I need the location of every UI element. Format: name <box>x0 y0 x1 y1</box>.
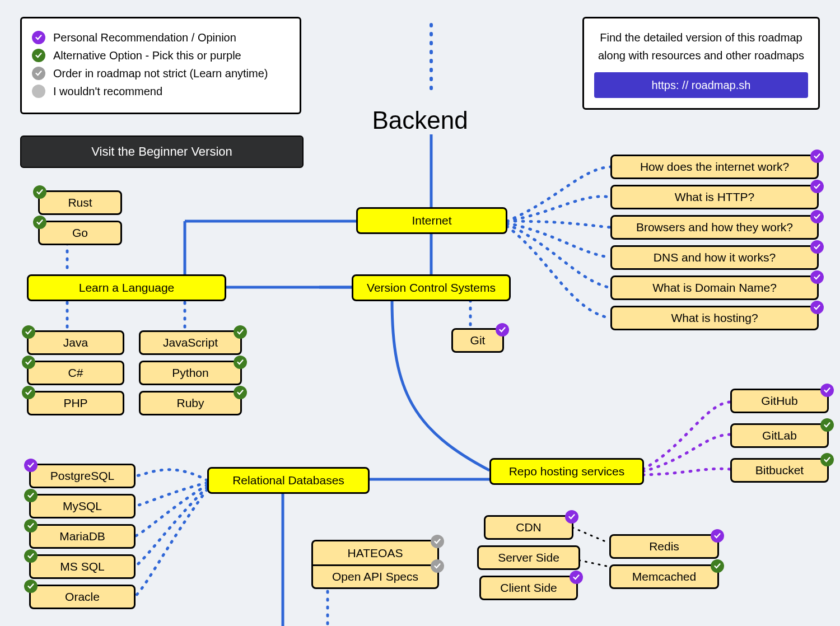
check-icon <box>32 49 45 62</box>
node-label: Learn a Language <box>79 281 175 295</box>
node-how-internet[interactable]: How does the internet work? <box>610 155 819 179</box>
node-label: Relational Databases <box>232 474 344 487</box>
badge-green-icon <box>22 356 35 369</box>
node-label: Browsers and how they work? <box>636 221 793 234</box>
node-hosting[interactable]: What is hosting? <box>610 306 819 330</box>
node-mssql[interactable]: MS SQL <box>29 554 136 579</box>
node-postgres[interactable]: PostgreSQL <box>29 464 136 488</box>
badge-grey-icon <box>431 535 444 548</box>
badge-purple-icon <box>810 301 824 314</box>
badge-purple-icon <box>565 510 578 524</box>
node-label: What is HTTP? <box>675 190 754 204</box>
node-vcs[interactable]: Version Control Systems <box>352 274 511 301</box>
node-label: PHP <box>63 396 87 410</box>
node-bitbucket[interactable]: Bitbucket <box>730 458 829 483</box>
legend-label: Alternative Option - Pick this or purple <box>53 49 241 62</box>
button-label: Visit the Beginner Version <box>91 144 232 159</box>
node-label: What is Domain Name? <box>652 281 777 295</box>
node-mariadb[interactable]: MariaDB <box>29 524 136 549</box>
node-memcached[interactable]: Memcached <box>609 564 719 589</box>
node-label: PostgreSQL <box>50 469 114 483</box>
legend-item: I wouldn't recommend <box>32 85 290 98</box>
legend-item: Personal Recommendation / Opinion <box>32 31 290 44</box>
node-label: Rust <box>68 196 92 209</box>
node-label: How does the internet work? <box>640 160 789 174</box>
node-label: Go <box>72 226 88 240</box>
node-hateoas[interactable]: HATEOAS <box>311 540 439 564</box>
node-server-side[interactable]: Server Side <box>477 545 580 570</box>
node-label: MariaDB <box>59 530 105 543</box>
badge-green-icon <box>234 325 247 339</box>
node-label: Ruby <box>176 396 204 410</box>
node-oracle[interactable]: Oracle <box>29 585 136 609</box>
badge-purple-icon <box>810 270 824 284</box>
badge-green-icon <box>234 356 247 369</box>
badge-purple-icon <box>711 529 724 543</box>
node-cdn[interactable]: CDN <box>484 515 573 540</box>
check-icon <box>32 31 45 44</box>
node-label: Server Side <box>498 551 559 564</box>
node-label: Git <box>470 334 486 347</box>
button-label: https: // roadmap.sh <box>652 79 751 92</box>
node-gitlab[interactable]: GitLab <box>730 423 829 448</box>
node-label: CDN <box>516 521 542 534</box>
node-go[interactable]: Go <box>38 221 122 245</box>
badge-purple-icon <box>820 384 834 397</box>
node-client-side[interactable]: Client Side <box>479 576 578 600</box>
badge-purple-icon <box>496 323 509 337</box>
node-repo-hosting[interactable]: Repo hosting services <box>489 458 644 485</box>
badge-purple-icon <box>810 180 824 193</box>
node-rust[interactable]: Rust <box>38 190 122 215</box>
node-browsers[interactable]: Browsers and how they work? <box>610 215 819 240</box>
node-label: Bitbucket <box>755 464 804 477</box>
node-learn-language[interactable]: Learn a Language <box>27 274 226 301</box>
visit-beginner-button[interactable]: Visit the Beginner Version <box>20 136 304 168</box>
badge-green-icon <box>24 580 38 593</box>
node-github[interactable]: GitHub <box>730 389 829 413</box>
badge-grey-icon <box>431 559 444 573</box>
node-java[interactable]: Java <box>27 330 124 355</box>
badge-green-icon <box>820 453 834 466</box>
badge-purple-icon <box>24 459 38 472</box>
dot-icon <box>32 85 45 98</box>
node-label: Open API Specs <box>332 570 418 583</box>
badge-purple-icon <box>810 210 824 223</box>
node-dns[interactable]: DNS and how it works? <box>610 245 819 270</box>
node-label: JavaScript <box>163 336 218 349</box>
node-label: What is hosting? <box>671 311 758 325</box>
node-label: Repo hosting services <box>509 465 625 478</box>
legend-label: Personal Recommendation / Opinion <box>53 31 236 44</box>
node-domain-name[interactable]: What is Domain Name? <box>610 275 819 300</box>
legend-box: Personal Recommendation / Opinion Altern… <box>20 17 301 114</box>
node-internet[interactable]: Internet <box>356 207 507 234</box>
node-label: MySQL <box>63 499 102 513</box>
node-csharp[interactable]: C# <box>27 361 124 385</box>
node-mysql[interactable]: MySQL <box>29 494 136 518</box>
node-php[interactable]: PHP <box>27 391 124 415</box>
node-label: Redis <box>649 540 679 553</box>
check-icon <box>32 67 45 80</box>
badge-green-icon <box>33 216 46 229</box>
node-label: Version Control Systems <box>367 281 496 295</box>
node-label: Client Side <box>500 581 557 595</box>
node-git[interactable]: Git <box>451 328 504 353</box>
node-relational-db[interactable]: Relational Databases <box>207 467 370 494</box>
node-openapi[interactable]: Open API Specs <box>311 564 439 589</box>
node-python[interactable]: Python <box>139 361 242 385</box>
page-title: Backend <box>0 106 840 134</box>
badge-green-icon <box>234 386 247 399</box>
node-what-http[interactable]: What is HTTP? <box>610 185 819 209</box>
node-javascript[interactable]: JavaScript <box>139 330 242 355</box>
node-label: Oracle <box>65 590 100 604</box>
node-ruby[interactable]: Ruby <box>139 391 242 415</box>
legend-item: Alternative Option - Pick this or purple <box>32 49 290 62</box>
node-label: C# <box>68 366 83 380</box>
node-label: GitHub <box>761 394 797 408</box>
node-redis[interactable]: Redis <box>609 534 719 559</box>
legend-item: Order in roadmap not strict (Learn anyti… <box>32 67 290 80</box>
node-label: DNS and how it works? <box>654 251 776 264</box>
badge-green-icon <box>711 559 724 573</box>
roadmap-link-button[interactable]: https: // roadmap.sh <box>594 72 808 98</box>
node-label: Python <box>172 366 208 380</box>
badge-purple-icon <box>810 150 824 163</box>
